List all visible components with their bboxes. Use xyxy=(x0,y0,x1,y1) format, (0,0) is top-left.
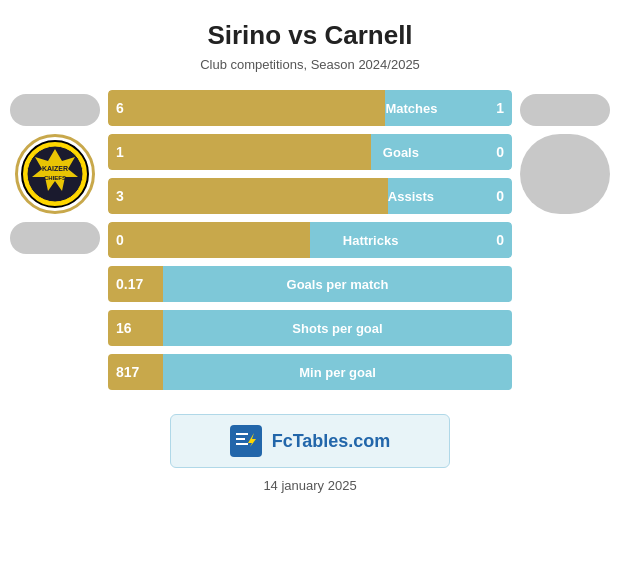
date-footer: 14 january 2025 xyxy=(0,478,620,493)
goals-left-value: 1 xyxy=(108,134,371,170)
left-badge-2 xyxy=(10,222,100,254)
matches-left-value: 6 xyxy=(108,90,385,126)
stat-row-min-per-goal: 817 Min per goal xyxy=(108,354,512,390)
svg-rect-5 xyxy=(236,433,248,435)
right-badge-1 xyxy=(520,94,610,126)
svg-text:KAIZER: KAIZER xyxy=(42,165,68,172)
assists-left-value: 3 xyxy=(108,178,388,214)
svg-rect-4 xyxy=(230,425,262,457)
min-per-goal-label: Min per goal xyxy=(163,354,512,390)
hattricks-left-value: 0 xyxy=(108,222,310,258)
left-badge-1 xyxy=(10,94,100,126)
stat-row-goals-per-match: 0.17 Goals per match xyxy=(108,266,512,302)
fctables-icon xyxy=(230,425,262,457)
fctables-label: FcTables.com xyxy=(272,431,391,452)
assists-label: Assists xyxy=(388,178,434,214)
goals-label: Goals xyxy=(371,134,432,170)
svg-text:CHIEFS: CHIEFS xyxy=(44,175,66,181)
assists-right-value: 0 xyxy=(434,178,512,214)
matches-right-value: 1 xyxy=(438,90,513,126)
match-subtitle: Club competitions, Season 2024/2025 xyxy=(0,57,620,72)
svg-rect-7 xyxy=(236,443,248,445)
stat-row-matches: 6 Matches 1 xyxy=(108,90,512,126)
match-title: Sirino vs Carnell xyxy=(0,20,620,51)
shots-per-goal-label: Shots per goal xyxy=(163,310,512,346)
stat-row-hattricks: 0 Hattricks 0 xyxy=(108,222,512,258)
hattricks-label: Hattricks xyxy=(310,222,431,258)
stat-row-shots-per-goal: 16 Shots per goal xyxy=(108,310,512,346)
stats-section: 6 Matches 1 1 Goals 0 3 Assists 0 xyxy=(108,90,512,398)
right-badge-2 xyxy=(520,134,610,214)
fctables-banner[interactable]: FcTables.com xyxy=(170,414,450,468)
svg-rect-6 xyxy=(236,438,245,440)
min-per-goal-value: 817 xyxy=(108,354,163,390)
goals-right-value: 0 xyxy=(431,134,512,170)
hattricks-right-value: 0 xyxy=(431,222,512,258)
goals-per-match-label: Goals per match xyxy=(163,266,512,302)
stat-row-assists: 3 Assists 0 xyxy=(108,178,512,214)
goals-per-match-value: 0.17 xyxy=(108,266,163,302)
stat-row-goals: 1 Goals 0 xyxy=(108,134,512,170)
left-team-logo: KAIZER CHIEFS xyxy=(15,134,95,214)
shots-per-goal-value: 16 xyxy=(108,310,163,346)
matches-label: Matches xyxy=(385,90,437,126)
